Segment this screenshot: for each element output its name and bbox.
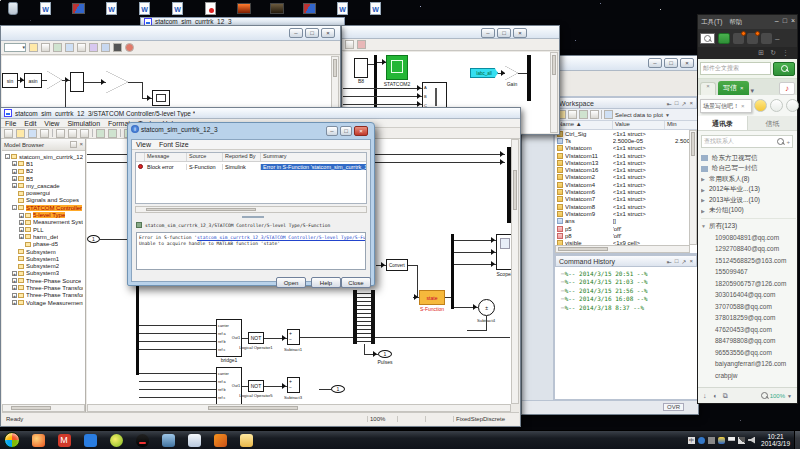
quick-link[interactable]: 给自己写一封信: [701, 164, 796, 175]
table-header[interactable]: MessageSourceReported BySummary: [136, 153, 366, 162]
address-bar-fragment[interactable]: [700, 33, 715, 44]
contact-email[interactable]: 37070588@qq.com: [701, 301, 796, 313]
error-link[interactable]: statcom_sim_currtrk_12_3/STATCOM Control…: [197, 235, 366, 240]
debug-icon[interactable]: [89, 43, 98, 52]
block-not2[interactable]: NOT: [248, 380, 264, 392]
block-not1[interactable]: NOT: [248, 332, 264, 344]
add-contact-icon[interactable]: +: [786, 139, 790, 145]
desktop-icon-book[interactable]: [301, 1, 318, 16]
taskbar-app-messenger[interactable]: [78, 432, 102, 449]
contact-email[interactable]: 1090804891@qq.com: [701, 232, 796, 244]
contact-group[interactable]: ▶未分组(100): [701, 206, 796, 217]
restore-panel-icon[interactable]: □: [675, 100, 679, 107]
menu-file[interactable]: File: [5, 120, 16, 127]
group-all[interactable]: ▼所有(123): [701, 221, 796, 232]
workspace-row[interactable]: VIstatcom7<1x1 struct>: [555, 196, 690, 203]
restore-panel-icon[interactable]: □: [675, 258, 679, 265]
workspace-row[interactable]: VIstatcom16<1x1 struct>: [555, 166, 690, 173]
desktop-icon-word-doc[interactable]: W: [169, 1, 186, 16]
desktop-icon-word-doc[interactable]: W: [103, 1, 120, 16]
workspace-hscrollbar[interactable]: [555, 245, 690, 253]
block-subtract1[interactable]: +−: [287, 329, 300, 345]
security-shield-icon[interactable]: [718, 437, 725, 444]
menu-simulation[interactable]: Simulation: [67, 120, 100, 127]
goto-tag-iabc[interactable]: Iabc_all: [470, 68, 498, 78]
expander-icon[interactable]: +: [19, 220, 24, 225]
expander-icon[interactable]: +: [12, 183, 17, 188]
cut-icon[interactable]: [56, 129, 65, 138]
desktop-icon-book[interactable]: [70, 1, 87, 16]
tree-item[interactable]: +my_cascade: [4, 182, 83, 189]
tree-item[interactable]: powergui: [4, 189, 83, 196]
history-entry[interactable]: ─%-- 2014/3/15 21:56 --%: [561, 287, 697, 295]
music-note-icon[interactable]: ♪: [779, 82, 795, 95]
close-button[interactable]: ×: [680, 58, 694, 68]
volume-icon[interactable]: [748, 437, 755, 444]
scene-letter-tooltip[interactable]: 场景写信吧！×: [700, 99, 752, 113]
tree-item[interactable]: -statcom_sim_currtrk_12_3: [4, 153, 83, 160]
mail-browser-window[interactable]: 工具(T)帮助 –□× – ⊞↻⋮ 邮件全文搜索 × 写信× ▾ ♪: [697, 14, 798, 404]
history-entry[interactable]: ─%-- 2014/3/15 21:03 --%: [561, 278, 697, 286]
workspace-row[interactable]: p5'off': [555, 225, 690, 232]
taskbar-app-sogou[interactable]: [104, 432, 128, 449]
block-subsystem[interactable]: [152, 90, 170, 106]
command-history-list[interactable]: ─%-- 2014/3/15 20:51 --%─%-- 2014/3/15 2…: [555, 267, 697, 312]
inport-1[interactable]: 1: [87, 235, 100, 243]
expander-icon[interactable]: +: [19, 234, 24, 239]
compose-tab[interactable]: 写信×: [718, 81, 749, 95]
browser-menu-item[interactable]: 帮助: [729, 18, 742, 27]
expander-icon[interactable]: +: [12, 161, 17, 166]
simulink-window-1[interactable]: – □ × ▾ sin asin: [0, 25, 341, 118]
refresh-icon[interactable]: ↻: [770, 49, 776, 57]
minimize-button[interactable]: –: [289, 28, 303, 38]
tree-item[interactable]: +Three-Phase Transformer (: [4, 292, 83, 299]
block-cos[interactable]: [106, 71, 128, 93]
desktop-icon-recycle-bin[interactable]: [4, 1, 21, 16]
column-reported-by[interactable]: Reported By: [223, 153, 261, 161]
menu-dots-icon[interactable]: ⋮: [782, 49, 789, 57]
history-entry[interactable]: ─%-- 2014/3/16 16:08 --%: [561, 295, 697, 303]
open-icon[interactable]: [16, 129, 25, 138]
workspace-row[interactable]: VIstatcom<1x1 struct>: [555, 145, 690, 152]
close-button[interactable]: ×: [354, 126, 368, 136]
inactive-tab[interactable]: ×: [700, 82, 716, 95]
close-button[interactable]: ×: [513, 28, 527, 38]
paste-icon[interactable]: [80, 129, 89, 138]
close-button[interactable]: ×: [321, 28, 335, 38]
maximize-button[interactable]: □: [497, 28, 511, 38]
desktop-icon-seal-doc[interactable]: [202, 1, 219, 16]
dock-icon[interactable]: ⇤: [667, 100, 672, 107]
contact-email[interactable]: 96553556@qq.com: [701, 347, 796, 359]
find-icon[interactable]: [29, 43, 38, 52]
save-icon[interactable]: [579, 110, 588, 119]
splitter-handle[interactable]: [242, 216, 264, 218]
open-icon[interactable]: [568, 110, 577, 119]
emoji-button[interactable]: [754, 99, 767, 112]
workspace-column-headers[interactable]: Name ▲ValueMin: [555, 121, 697, 130]
ime-icon[interactable]: 中: [688, 437, 695, 444]
close-tooltip-icon[interactable]: ×: [741, 103, 745, 109]
block-statcom2-scope[interactable]: [386, 55, 408, 80]
contact-search-input[interactable]: 查找联系人 +: [701, 135, 793, 148]
dialog-menu-font-size[interactable]: Font Size: [159, 141, 189, 148]
expander-icon[interactable]: -: [12, 205, 17, 210]
menu-view[interactable]: View: [44, 120, 59, 127]
tree-item[interactable]: +Subsystem3: [4, 270, 83, 277]
workspace-column-value[interactable]: Value: [613, 121, 665, 129]
main-vscrollbar[interactable]: [511, 139, 519, 404]
expander-icon[interactable]: +: [19, 213, 24, 218]
dark-icon[interactable]: [113, 43, 122, 52]
tree-item[interactable]: Signals and Scopes: [4, 197, 83, 204]
block-b8[interactable]: [354, 58, 368, 78]
error-detail-box[interactable]: Error in S-function 'statcom_sim_currtrk…: [136, 232, 366, 270]
minimize-button[interactable]: –: [775, 17, 779, 24]
main-hscrollbar[interactable]: [87, 404, 511, 412]
tree-item[interactable]: +B1: [4, 160, 83, 167]
sim1-titlebar[interactable]: – □ ×: [1, 26, 340, 41]
browser-menu-item[interactable]: 工具(T): [701, 18, 722, 27]
taskbar-app-image-viewer[interactable]: [156, 432, 180, 449]
tree-item[interactable]: +Voltage Measurement4: [4, 299, 83, 306]
tree-item[interactable]: +Three-Phase Transformer (: [4, 284, 83, 291]
workspace-row[interactable]: Ctrl_Sig<1x1 struct>: [555, 130, 690, 137]
contact-email[interactable]: 303016404@qq.com: [701, 289, 796, 301]
